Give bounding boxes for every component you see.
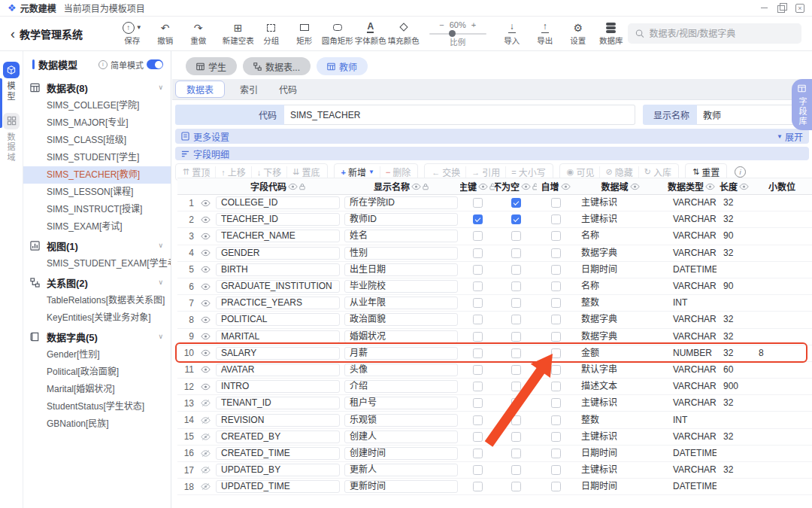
info-icon[interactable]: i <box>735 166 746 178</box>
data-domain-cell[interactable]: 主键标识 <box>574 196 666 209</box>
display-name-cell[interactable]: 出生日期 <box>342 263 460 276</box>
data-domain-cell[interactable]: 金额 <box>574 347 666 360</box>
autoincrement-checkbox[interactable] <box>551 332 561 342</box>
pk-checkbox[interactable] <box>473 348 483 358</box>
header-eye-icon[interactable] <box>411 183 421 190</box>
length-cell[interactable]: 32 <box>717 464 752 476</box>
field-code-value[interactable]: MARITAL <box>216 330 340 343</box>
data-domain-cell[interactable]: 主键标识 <box>574 464 666 476</box>
chevron-down-icon[interactable]: ▼ <box>136 24 142 31</box>
display-name-value[interactable]: 更新时间 <box>344 480 458 493</box>
pk-checkbox[interactable] <box>473 198 483 208</box>
font-color-button[interactable]: A 字体颜色 <box>359 21 382 46</box>
fill-color-button[interactable]: 填充颜色 <box>392 21 415 46</box>
field-code-cell[interactable]: UPDATED_BY <box>214 464 342 476</box>
tree-group-table[interactable]: 数据表(8)∨ <box>23 78 171 97</box>
tree-item[interactable]: SIMS_EXAM[考试] <box>23 218 171 236</box>
notnull-checkbox[interactable] <box>511 315 521 324</box>
code-field[interactable] <box>284 105 635 125</box>
notnull-checkbox[interactable] <box>511 449 521 458</box>
data-type-cell[interactable]: NUMBER <box>666 347 717 360</box>
pk-checkbox[interactable] <box>473 432 483 442</box>
pk-checkbox[interactable] <box>473 398 483 408</box>
display-name-value[interactable]: 婚姻状况 <box>344 330 458 343</box>
field-code-value[interactable]: UPDATED_TIME <box>216 480 340 493</box>
notnull-checkbox[interactable] <box>511 281 521 291</box>
length-cell[interactable]: 32 <box>717 196 752 209</box>
autoincrement-checkbox[interactable] <box>551 432 561 442</box>
eye-icon[interactable] <box>197 266 214 273</box>
decimal-cell[interactable] <box>752 313 812 326</box>
decimal-cell[interactable] <box>752 247 812 260</box>
eye-off-icon[interactable] <box>197 399 214 407</box>
pk-checkbox[interactable] <box>473 382 483 391</box>
notnull-checkbox[interactable] <box>511 298 521 308</box>
new-table-button[interactable]: ⊞ 新建空表 <box>227 21 250 46</box>
data-domain-cell[interactable]: 日期时间 <box>574 480 666 493</box>
field-code-cell[interactable]: REVISION <box>214 414 342 427</box>
decimal-cell[interactable] <box>752 397 812 409</box>
decimal-cell[interactable] <box>752 213 812 226</box>
expand-button[interactable]: ▼ 展开 <box>775 130 803 143</box>
display-name-value[interactable]: 介绍 <box>344 380 458 393</box>
eye-icon[interactable] <box>197 300 214 307</box>
field-library-tab[interactable]: 字段库 <box>792 79 812 130</box>
length-cell[interactable] <box>717 480 752 493</box>
field-code-value[interactable]: CREATED_BY <box>216 430 340 443</box>
header-eye-icon[interactable] <box>739 183 749 190</box>
pk-checkbox[interactable] <box>473 465 483 475</box>
data-domain-cell[interactable]: 整数 <box>574 297 666 309</box>
tree-item[interactable]: SIMS_STUDENT[学生] <box>23 149 171 166</box>
autoincrement-checkbox[interactable] <box>551 482 561 491</box>
data-domain-cell[interactable]: 主键标识 <box>574 213 666 226</box>
pk-checkbox[interactable] <box>473 231 483 241</box>
decimal-cell[interactable] <box>752 280 812 293</box>
autoincrement-checkbox[interactable] <box>551 231 561 241</box>
decimal-cell[interactable] <box>752 196 812 209</box>
tree-item[interactable]: Political[政治面貌] <box>23 364 171 381</box>
tree-group-dictionary[interactable]: 数据字典(5)∨ <box>23 327 171 346</box>
display-name-cell[interactable]: 租户号 <box>342 397 460 409</box>
eye-icon[interactable] <box>197 333 214 340</box>
data-type-cell[interactable]: VARCHAR <box>666 397 717 409</box>
header-eye-icon[interactable] <box>521 183 531 190</box>
tree-item[interactable]: GBNation[民族] <box>23 415 171 433</box>
tree-item[interactable]: Marital[婚姻状况] <box>23 381 171 398</box>
pk-checkbox[interactable] <box>473 415 483 425</box>
notnull-checkbox[interactable] <box>511 248 521 258</box>
pk-checkbox[interactable] <box>473 332 483 342</box>
notnull-checkbox[interactable] <box>511 398 521 408</box>
data-domain-cell[interactable]: 默认字串 <box>574 364 666 376</box>
autoincrement-checkbox[interactable] <box>551 298 561 308</box>
display-name-value[interactable]: 毕业院校 <box>344 280 458 293</box>
field-code-cell[interactable]: TEACHER_ID <box>214 213 342 226</box>
length-cell[interactable]: 32 <box>717 347 752 360</box>
display-name-value[interactable]: 月薪 <box>344 347 458 360</box>
pk-checkbox[interactable] <box>473 315 483 324</box>
field-code-value[interactable]: POLITICAL <box>216 313 340 326</box>
pk-checkbox[interactable] <box>473 248 483 258</box>
pk-checkbox[interactable] <box>473 298 483 308</box>
field-code-cell[interactable]: TEACHER_NAME <box>214 230 342 242</box>
field-code-value[interactable]: COLLEGE_ID <box>216 196 340 209</box>
notnull-checkbox[interactable] <box>511 231 521 241</box>
autoincrement-checkbox[interactable] <box>551 214 561 224</box>
data-type-cell[interactable]: VARCHAR <box>666 464 717 476</box>
group-button[interactable]: 分组 <box>260 21 283 46</box>
tab-teacher[interactable]: 教师 <box>317 57 368 75</box>
display-name-cell[interactable]: 毕业院校 <box>342 280 460 293</box>
display-name-value[interactable]: 从业年限 <box>344 297 458 309</box>
decimal-cell[interactable] <box>752 330 812 343</box>
tree-item[interactable]: SIMS_COLLEGE[学院] <box>23 97 171 114</box>
field-code-cell[interactable]: POLITICAL <box>214 313 342 326</box>
tree-item[interactable]: Gender[性别] <box>23 346 171 364</box>
header-eye-icon[interactable] <box>561 183 571 190</box>
header-lock-icon[interactable] <box>299 183 305 190</box>
field-code-value[interactable]: TEACHER_ID <box>216 213 340 226</box>
header-eye-icon[interactable] <box>478 183 488 190</box>
export-button[interactable]: ↑ 导出 <box>534 21 556 46</box>
header-eye-icon[interactable] <box>288 183 298 190</box>
tree-item[interactable]: SMIS_STUDENT_EXAM[学生考试] <box>23 255 171 272</box>
zoom-in-button[interactable]: + <box>471 20 476 29</box>
notnull-checkbox[interactable] <box>511 415 521 425</box>
